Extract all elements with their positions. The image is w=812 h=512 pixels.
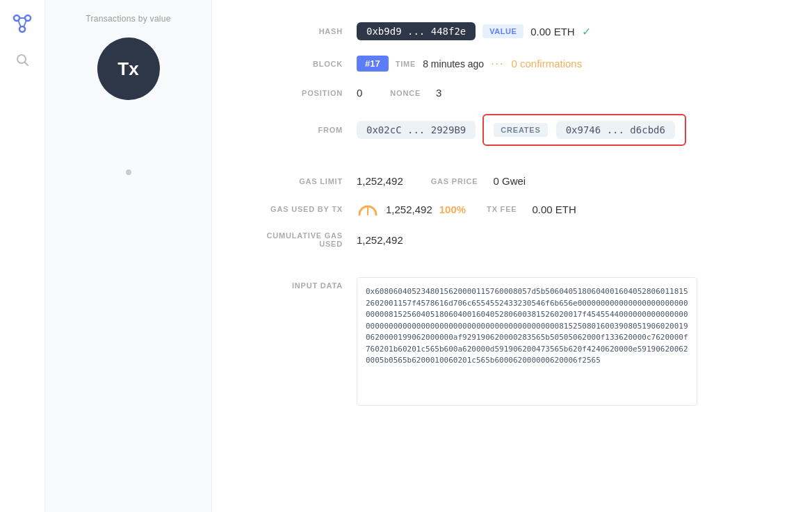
cumulative-gas-row: CUMULATIVE GAS USED 1,252,492 xyxy=(245,231,779,248)
cumulative-gas-value: 1,252,492 xyxy=(357,234,403,246)
creates-badge: CREATES xyxy=(494,123,547,137)
gas-used-value-group: 1,252,492 100% TX FEE 0.00 ETH xyxy=(357,202,576,216)
creates-address[interactable]: 0x9746 ... d6cbd6 xyxy=(556,121,675,139)
input-data-value-group xyxy=(357,277,697,408)
position-value: 0 xyxy=(357,87,362,99)
block-number[interactable]: #17 xyxy=(357,56,389,72)
tx-fee-value: 0.00 ETH xyxy=(532,204,576,215)
left-panel-dot xyxy=(126,170,131,175)
nonce-value: 3 xyxy=(436,87,441,99)
gas-used-percent: 100% xyxy=(439,204,466,215)
time-value: 8 minutes ago xyxy=(423,58,484,69)
cumulative-gas-value-group: 1,252,492 xyxy=(357,234,403,246)
sidebar xyxy=(0,0,45,512)
from-value-group: 0x02cC ... 2929B9 CREATES 0x9746 ... d6c… xyxy=(357,114,686,146)
gas-limit-label: GAS LIMIT xyxy=(245,177,357,185)
search-icon[interactable] xyxy=(15,53,29,70)
position-label: POSITION xyxy=(245,89,357,97)
svg-line-7 xyxy=(25,63,29,66)
dots-icon: ··· xyxy=(491,58,504,70)
input-data-row: INPUT DATA xyxy=(245,277,779,408)
gas-limit-row: GAS LIMIT 1,252,492 GAS PRICE 0 Gwei xyxy=(245,175,779,187)
block-row: BLOCK #17 TIME 8 minutes ago ··· 0 confi… xyxy=(245,56,779,72)
logo[interactable] xyxy=(10,11,35,39)
gas-gauge-icon xyxy=(357,202,379,216)
gas-price-label: GAS PRICE xyxy=(410,177,487,185)
input-data-label: INPUT DATA xyxy=(245,277,357,290)
svg-line-4 xyxy=(18,20,21,27)
creates-container: CREATES 0x9746 ... d6cbd6 xyxy=(482,114,686,146)
gas-used-label: GAS USED BY TX xyxy=(245,205,357,213)
gas-used-value: 1,252,492 xyxy=(386,204,432,215)
confirmations-count: 0 confirmations xyxy=(511,58,582,69)
gas-limit-value-group: 1,252,492 GAS PRICE 0 Gwei xyxy=(357,175,526,187)
main-content: HASH 0xb9d9 ... 448f2e VALUE 0.00 ETH ✓ … xyxy=(212,0,812,512)
cumulative-gas-label: CUMULATIVE GAS USED xyxy=(245,231,357,248)
gas-price-value: 0 Gwei xyxy=(493,175,526,187)
eth-amount: 0.00 ETH xyxy=(530,26,574,38)
time-label: TIME xyxy=(396,60,416,68)
left-panel: Transactions by value Tx xyxy=(45,0,212,512)
tx-avatar: Tx xyxy=(97,38,160,100)
hash-row: HASH 0xb9d9 ... 448f2e VALUE 0.00 ETH ✓ xyxy=(245,22,779,40)
gas-used-row: GAS USED BY TX 1,252,492 100% TX FEE 0.0… xyxy=(245,202,779,216)
from-address[interactable]: 0x02cC ... 2929B9 xyxy=(357,121,476,139)
hash-value[interactable]: 0xb9d9 ... 448f2e xyxy=(357,22,476,40)
gas-limit-value: 1,252,492 xyxy=(357,175,403,187)
from-row: FROM 0x02cC ... 2929B9 CREATES 0x9746 ..… xyxy=(245,114,779,146)
value-badge: VALUE xyxy=(482,24,523,38)
block-label: BLOCK xyxy=(245,60,357,68)
from-label: FROM xyxy=(245,126,357,134)
svg-line-5 xyxy=(24,20,26,27)
hash-value-group: 0xb9d9 ... 448f2e VALUE 0.00 ETH ✓ xyxy=(357,22,591,40)
hash-label: HASH xyxy=(245,27,357,35)
nonce-label: NONCE xyxy=(369,89,429,97)
input-data-box[interactable] xyxy=(357,277,697,406)
position-row: POSITION 0 NONCE 3 xyxy=(245,87,779,99)
tx-fee-label: TX FEE xyxy=(473,205,525,213)
left-panel-title: Transactions by value xyxy=(86,14,171,24)
block-value-group: #17 TIME 8 minutes ago ··· 0 confirmatio… xyxy=(357,56,582,72)
position-value-group: 0 NONCE 3 xyxy=(357,87,441,99)
check-icon: ✓ xyxy=(582,25,591,38)
